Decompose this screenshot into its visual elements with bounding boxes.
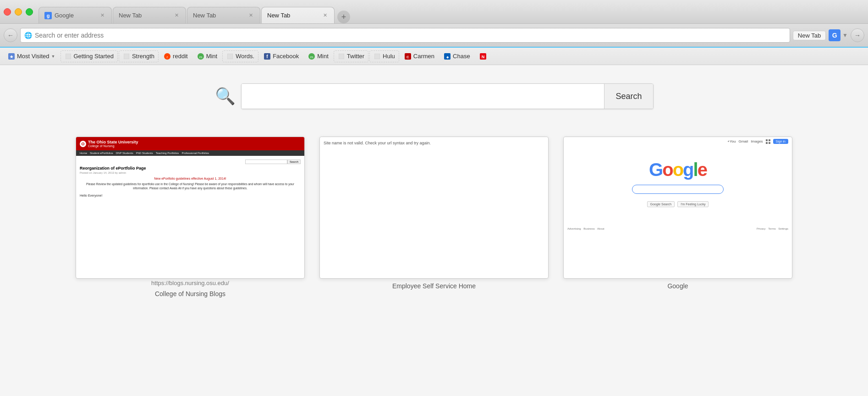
svg-text:m: m xyxy=(310,55,313,59)
tab-new2[interactable]: New Tab ✕ xyxy=(187,7,260,23)
thumbnail-google[interactable]: +You Gmail Images Sign in Google Google … xyxy=(563,137,792,297)
back-button[interactable]: ← xyxy=(4,28,17,42)
bookmark-strength[interactable]: Strength xyxy=(119,50,159,62)
address-bar[interactable]: 🌐 xyxy=(20,28,790,43)
tab-close-new2[interactable]: ✕ xyxy=(247,12,254,19)
osu-nav: Home Student ePortfolios DNP Students Ph… xyxy=(76,150,304,156)
netflix-icon: N xyxy=(479,53,487,60)
search-box: Search xyxy=(241,83,654,109)
osu-nav-teaching: Teaching Portfolios xyxy=(156,152,179,154)
bookmark-label: Strength xyxy=(132,53,154,60)
bookmark-most-visited[interactable]: ★ Most Visited ▼ xyxy=(4,50,60,62)
google-top-gmail: Gmail xyxy=(738,139,748,143)
osu-body: Search Reorganization of ePortfolio Page… xyxy=(76,156,304,201)
tab-close-new3[interactable]: ✕ xyxy=(321,12,329,19)
google-logo-text: Google xyxy=(649,160,707,180)
svg-text:★: ★ xyxy=(10,55,14,59)
google-footer-terms: Terms xyxy=(768,227,775,230)
mint-icon: m xyxy=(308,53,315,60)
thumbnail-osu[interactable]: O The Ohio State University College of N… xyxy=(76,137,305,297)
bookmark-label: Chase xyxy=(453,53,470,60)
osu-body-text: Please Review the updated guidelines for… xyxy=(80,182,301,190)
tab-title-new1: New Tab xyxy=(119,12,170,19)
svg-text:N: N xyxy=(481,55,484,59)
tab-close-new1[interactable]: ✕ xyxy=(173,12,180,19)
bookmark-getting-started[interactable]: Getting Started xyxy=(60,50,118,62)
bookmark-carmen[interactable]: C Carmen xyxy=(400,50,439,62)
osu-nav-phd: PhD Students xyxy=(136,152,153,154)
search-input[interactable] xyxy=(242,84,604,109)
page-icon xyxy=(338,53,345,60)
thumbnail-url-osu: https://blogs.nursing.osu.edu/ xyxy=(76,280,305,286)
thumbnails-row: O The Ohio State University College of N… xyxy=(0,137,868,297)
close-button[interactable] xyxy=(4,8,11,16)
bookmark-label: reddit xyxy=(173,53,188,60)
thumbnail-preview-ess: Site name is not valid. Check your url s… xyxy=(319,137,549,279)
osu-nav-professional: Professional Portfolios xyxy=(181,152,209,154)
bookmark-mint1[interactable]: m Mint xyxy=(193,50,222,62)
google-g-icon: G xyxy=(829,29,841,41)
search-icon: 🔍 xyxy=(215,87,236,106)
thumbnail-ess[interactable]: Site name is not valid. Check your url s… xyxy=(319,137,549,297)
bookmark-reddit[interactable]: r reddit xyxy=(159,50,192,62)
minimize-button[interactable] xyxy=(15,8,22,16)
svg-rect-3 xyxy=(124,54,129,59)
bookmark-label: Twitter xyxy=(347,53,364,60)
svg-text:r: r xyxy=(167,55,168,59)
osu-post-title: Reorganization of ePortfolio Page xyxy=(80,166,301,170)
tab-new3[interactable]: New Tab ✕ xyxy=(261,7,335,23)
error-text: Site name is not valid. Check your url s… xyxy=(320,137,548,149)
facebook-icon: f xyxy=(264,53,271,60)
google-footer-settings: Settings xyxy=(778,227,788,230)
mint-icon: m xyxy=(197,53,204,60)
osu-nav-home: Home xyxy=(80,152,87,154)
google-footer-left: Advertising Business About xyxy=(567,227,604,230)
tabs-bar: g Google ✕ New Tab ✕ New Tab ✕ New Tab ✕… xyxy=(38,0,864,23)
traffic-lights xyxy=(4,8,33,16)
tab-close-google[interactable]: ✕ xyxy=(99,12,106,19)
google-footer-privacy: Privacy xyxy=(757,227,766,230)
chase-icon: ◆ xyxy=(444,53,451,60)
osu-alert: New ePortfolio guidelines effective Augu… xyxy=(80,177,301,180)
search-button[interactable]: Search xyxy=(604,84,653,109)
tab-new1[interactable]: New Tab ✕ xyxy=(113,7,186,23)
google-top-images: Images xyxy=(751,139,763,143)
osu-search-btn: Search xyxy=(287,160,301,164)
bookmark-twitter[interactable]: Twitter xyxy=(334,50,368,62)
thumbnail-title-ess: Employee Self Service Home xyxy=(319,282,549,290)
bookmark-hulu[interactable]: Hulu xyxy=(369,50,399,62)
google-footer-advertising: Advertising xyxy=(567,227,581,230)
page-icon xyxy=(65,53,72,60)
svg-rect-8 xyxy=(227,54,233,59)
main-content: 🔍 Search O The Ohio State University Col… xyxy=(0,65,868,396)
google-footer-business: Business xyxy=(583,227,594,230)
bookmark-words[interactable]: Words. xyxy=(222,50,258,62)
google-search-btn-preview: Google Search xyxy=(647,201,675,207)
svg-rect-23 xyxy=(766,142,768,144)
google-footer-about: About xyxy=(597,227,604,230)
osu-nav-student: Student ePortfolios xyxy=(90,152,113,154)
svg-rect-2 xyxy=(66,54,71,59)
bookmark-label: Most Visited xyxy=(17,53,49,60)
forward-button[interactable]: → xyxy=(851,28,864,42)
address-input[interactable] xyxy=(35,32,786,39)
globe-icon: 🌐 xyxy=(24,32,32,39)
google-lucky-btn-preview: I'm Feeling Lucky xyxy=(677,201,709,207)
maximize-button[interactable] xyxy=(26,8,33,16)
osu-header: O The Ohio State University College of N… xyxy=(76,137,304,150)
bookmark-netflix[interactable]: N xyxy=(475,50,491,62)
chevron-down-icon: ▼ xyxy=(842,32,848,38)
bookmark-mint2[interactable]: m Mint xyxy=(304,50,333,62)
tab-favicon-google: g xyxy=(44,12,52,19)
google-footer: Advertising Business About Privacy Terms… xyxy=(564,226,792,232)
google-center: Google Google Search I'm Feeling Lucky xyxy=(564,160,792,207)
search-engine-selector[interactable]: G ▼ xyxy=(829,29,848,41)
bookmark-label: Words. xyxy=(236,53,254,60)
google-preview-buttons: Google Search I'm Feeling Lucky xyxy=(647,201,709,207)
bookmark-facebook[interactable]: f Facebook xyxy=(259,50,303,62)
tab-google[interactable]: g Google ✕ xyxy=(38,7,112,23)
osu-logo: O xyxy=(80,141,86,147)
page-icon xyxy=(123,53,130,60)
new-tab-button[interactable]: + xyxy=(337,11,350,23)
bookmark-chase[interactable]: ◆ Chase xyxy=(439,50,474,62)
